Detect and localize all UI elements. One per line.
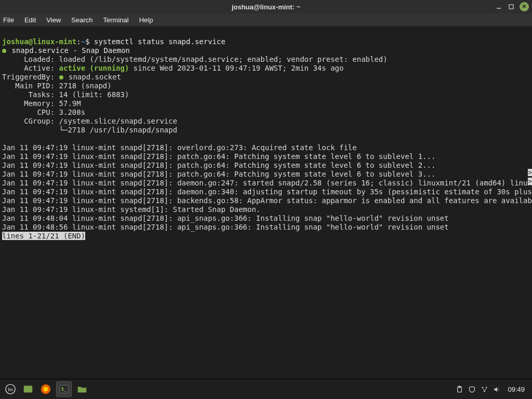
log-line: Jan 11 09:47:19 linux-mint snapd[2718]: … [2,188,532,196]
log-line: Jan 11 09:47:19 linux-mint snapd[2718]: … [2,196,532,205]
menu-terminal[interactable]: Terminal [103,16,129,24]
scroll-indicator-icon[interactable]: > [528,169,532,176]
show-desktop-button[interactable] [21,382,35,396]
firefox-icon[interactable] [38,382,53,396]
file-manager-icon[interactable] [75,382,89,396]
network-icon[interactable] [480,384,489,394]
terminal-viewport[interactable]: joshua@linux-mint:~$ systemctl status sn… [0,26,532,379]
tasks-label: Tasks: [2,90,59,99]
menu-view[interactable]: View [46,16,61,24]
cpu-value: 3.208s [59,108,86,116]
start-menu-button[interactable]: lm [3,382,18,396]
menu-edit[interactable]: Edit [24,16,36,24]
memory-label: Memory: [2,99,59,108]
titlebar: joshua@linux-mint: ~ [0,0,532,14]
prompt-colon: : [76,37,81,46]
prompt-path: ~ [81,37,85,46]
clipboard-icon[interactable] [455,384,464,394]
cgroup-child: └─2718 /usr/lib/snapd/snapd [2,126,177,134]
close-button[interactable] [520,2,529,11]
svg-rect-6 [24,386,33,393]
mainpid-label: Main PID: [2,82,59,90]
menu-file[interactable]: File [3,16,14,24]
prompt-user-host: joshua@linux-mint [2,37,76,46]
memory-value: 57.9M [59,99,81,108]
volume-icon[interactable] [492,384,501,394]
log-line: Jan 11 09:48:04 linux-mint snapd[2718]: … [2,214,449,222]
svg-text:lm: lm [8,387,13,392]
active-label: Active: [2,64,59,72]
scroll-indicator-icon[interactable]: > [528,178,532,185]
terminal-window: joshua@linux-mint: ~ File Edit View Sear… [0,0,532,399]
pager-tail: lines 1-21/21 (END) [2,232,85,240]
maximize-button[interactable] [507,3,515,11]
taskbar: lm $_ 09:49 [0,379,532,399]
menubar: File Edit View Search Terminal Help [0,14,532,26]
cpu-label: CPU: [2,108,59,116]
cgroup-label: CGroup: [2,117,59,125]
active-since: since Wed 2023-01-11 09:47:19 AWST; 2min… [129,64,343,72]
mainpid-value: 2718 (snapd) [59,82,112,90]
log-line: Jan 11 09:47:19 linux-mint snapd[2718]: … [2,170,435,178]
loaded-value: loaded (/lib/systemd/system/snapd.servic… [59,55,388,63]
clock-label[interactable]: 09:49 [508,385,525,393]
status-dot-icon [2,49,6,53]
tasks-value: 14 (limit: 6883) [59,90,129,99]
shield-icon[interactable] [467,384,476,394]
prompt-dollar: $ [85,37,89,46]
triggeredby-label: TriggeredBy: [2,73,59,81]
menu-help[interactable]: Help [139,16,153,24]
svg-rect-1 [509,5,513,9]
log-line: Jan 11 09:47:19 linux-mint snapd[2718]: … [2,161,435,169]
log-line: Jan 11 09:47:19 linux-mint snapd[2718]: … [2,179,532,187]
svg-text:$_: $_ [61,387,66,392]
unit-name: snapd.service - Snap Daemon [11,46,130,55]
svg-point-8 [43,387,48,391]
command: systemctl status snapd.service [94,37,225,46]
log-line: Jan 11 09:48:56 linux-mint snapd[2718]: … [2,223,449,231]
triggeredby-value: snapd.socket [64,73,122,81]
status-dot2-icon [59,75,63,79]
active-state: active (running) [59,64,129,72]
loaded-label: Loaded: [2,55,59,63]
taskbar-terminal-button[interactable]: $_ [56,381,72,397]
log-line: Jan 11 09:47:19 linux-mint systemd[1]: S… [2,205,260,214]
window-title: joshua@linux-mint: ~ [232,3,300,11]
log-line: Jan 11 09:47:19 linux-mint snapd[2718]: … [2,143,357,152]
cgroup-value: /system.slice/snapd.service [59,117,178,125]
menu-search[interactable]: Search [71,16,92,24]
log-line: Jan 11 09:47:19 linux-mint snapd[2718]: … [2,152,435,161]
minimize-button[interactable] [495,3,503,11]
window-controls [495,0,529,14]
